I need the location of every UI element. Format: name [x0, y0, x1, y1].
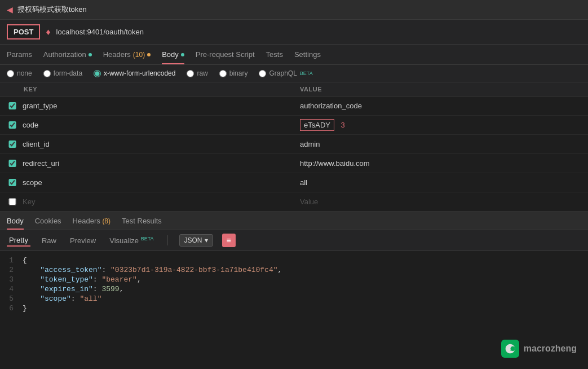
chevron-down-icon: ▾ — [205, 236, 208, 244]
tab-tests[interactable]: Tests — [266, 45, 283, 64]
resp-tab-cookies[interactable]: Cookies — [35, 212, 61, 230]
radio-graphql[interactable]: GraphQL BETA — [259, 69, 312, 77]
code-content-1: { — [23, 256, 27, 265]
method-badge[interactable]: POST — [7, 24, 40, 39]
row6-checkbox[interactable] — [7, 198, 18, 205]
row2-key[interactable]: code — [18, 121, 300, 129]
tab-params[interactable]: Params — [7, 45, 32, 64]
row5-checkbox[interactable] — [7, 179, 18, 186]
line-num-3: 3 — [0, 275, 23, 284]
radio-binary[interactable]: binary — [219, 69, 248, 77]
resp-tab-headers[interactable]: Headers (8) — [73, 212, 110, 230]
radio-x-www-form-urlencoded[interactable]: x-www-form-urlencoded — [94, 69, 175, 77]
wrap-button[interactable]: ≡ — [222, 234, 236, 247]
row2-extra: 3 — [341, 121, 345, 129]
wechat-icon — [501, 340, 519, 358]
title-text: 授权码模式获取token — [17, 5, 87, 15]
row1-checkbox[interactable] — [7, 102, 18, 109]
line-num-4: 4 — [0, 285, 23, 293]
headers-dot — [147, 53, 151, 56]
radio-raw[interactable]: raw — [187, 69, 207, 77]
title-icon: ◀ — [7, 5, 13, 14]
fmt-preview[interactable]: Preview — [68, 235, 98, 246]
kv-header-value: VALUE — [300, 86, 581, 93]
title-bar: ◀ 授权码模式获取token — [0, 0, 588, 20]
line-num-2: 2 — [0, 266, 23, 274]
code-content-4: "expires_in": 3599, — [23, 285, 123, 293]
radio-form-data[interactable]: form-data — [43, 69, 82, 77]
kv-header: KEY VALUE — [0, 82, 588, 96]
line-num-6: 6 — [0, 304, 23, 313]
code-line-5: 5 "scope": "all" — [0, 294, 588, 304]
row6-value-placeholder[interactable]: Value — [300, 197, 581, 206]
tab-body[interactable]: Body — [162, 45, 184, 64]
row6-key-placeholder[interactable]: Key — [18, 197, 300, 206]
tab-headers[interactable]: Headers (10) — [103, 45, 151, 64]
row3-key[interactable]: client_id — [18, 140, 300, 148]
kv-header-key: KEY — [7, 86, 300, 93]
row4-value[interactable]: http://www.baidu.com — [300, 159, 581, 168]
kv-table: KEY VALUE grant_type authorization_code … — [0, 82, 588, 212]
code-line-2: 2 "access_token": "0323b7d1-319a-4822-bb… — [0, 265, 588, 275]
json-format-select[interactable]: JSON ▾ — [179, 234, 213, 247]
resp-tab-test-results[interactable]: Test Results — [122, 212, 162, 230]
code-line-6: 6 } — [0, 304, 588, 313]
row1-value[interactable]: authorization_code — [300, 102, 581, 110]
row4-key[interactable]: redirect_uri — [18, 159, 300, 168]
row1-key[interactable]: grant_type — [18, 102, 300, 110]
row5-key[interactable]: scope — [18, 178, 300, 187]
resp-tab-body[interactable]: Body — [7, 212, 24, 230]
watermark: macrozheng — [501, 340, 577, 358]
code-line-3: 3 "token_type": "bearer", — [0, 275, 588, 284]
row2-value[interactable]: eTsADY 3 — [300, 121, 581, 129]
separator — [167, 235, 168, 245]
tab-pre-request[interactable]: Pre-request Script — [196, 45, 255, 64]
url-divider: ♦ — [46, 27, 50, 37]
fmt-pretty[interactable]: Pretty — [7, 235, 30, 247]
row2-value-highlighted: eTsADY — [300, 119, 334, 131]
line-num-5: 5 — [0, 295, 23, 303]
code-content-3: "token_type": "bearer", — [23, 275, 142, 284]
request-tabs-row: Params Authorization Headers (10) Body P… — [0, 45, 588, 65]
code-line-1: 1 { — [0, 256, 588, 265]
tab-settings[interactable]: Settings — [294, 45, 321, 64]
code-content-5: "scope": "all" — [23, 295, 101, 303]
url-bar: POST ♦ — [0, 20, 588, 45]
row5-value[interactable]: all — [300, 178, 581, 187]
table-row: grant_type authorization_code — [0, 96, 588, 116]
radio-none[interactable]: none — [7, 69, 32, 77]
row2-checkbox[interactable] — [7, 121, 18, 129]
line-num-1: 1 — [0, 256, 23, 265]
fmt-raw[interactable]: Raw — [39, 235, 59, 246]
tab-authorization[interactable]: Authorization — [43, 45, 92, 64]
table-row: scope all — [0, 173, 588, 192]
code-block: 1 { 2 "access_token": "0323b7d1-319a-482… — [0, 251, 588, 318]
table-row: client_id admin — [0, 135, 588, 154]
code-content-6: } — [23, 304, 27, 313]
row3-value[interactable]: admin — [300, 140, 581, 148]
row3-checkbox[interactable] — [7, 140, 18, 148]
format-row: Pretty Raw Preview Visualize BETA JSON ▾… — [0, 230, 588, 251]
response-tabs-row: Body Cookies Headers (8) Test Results — [0, 212, 588, 230]
row4-checkbox[interactable] — [7, 160, 18, 167]
code-line-4: 4 "expires_in": 3599, — [0, 284, 588, 294]
table-row: redirect_uri http://www.baidu.com — [0, 154, 588, 173]
body-type-row: none form-data x-www-form-urlencoded raw… — [0, 65, 588, 82]
fmt-visualize[interactable]: Visualize BETA — [107, 235, 156, 246]
code-content-2: "access_token": "0323b7d1-319a-4822-bbf3… — [23, 266, 282, 274]
authorization-dot — [89, 53, 92, 56]
body-dot — [181, 53, 184, 56]
url-input[interactable] — [56, 28, 581, 36]
watermark-text: macrozheng — [524, 344, 577, 354]
table-row: code eTsADY 3 — [0, 116, 588, 135]
table-row-empty: Key Value — [0, 192, 588, 212]
